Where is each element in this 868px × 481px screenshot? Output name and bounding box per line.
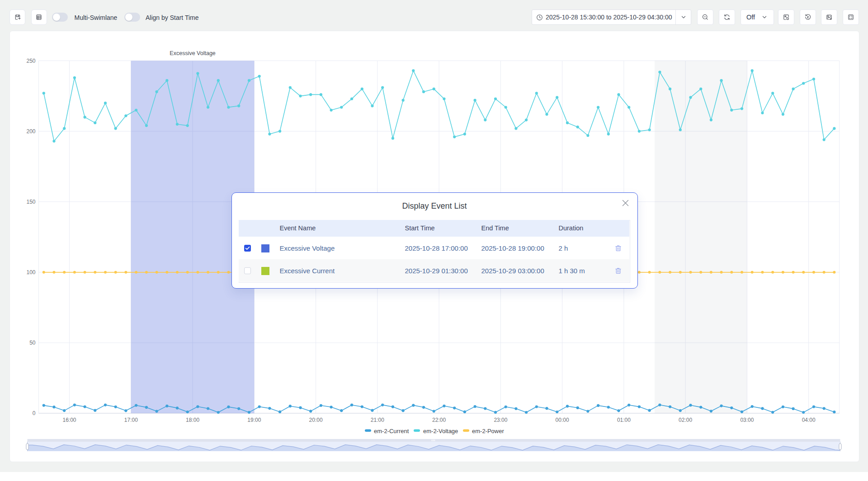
- svg-text:17:00: 17:00: [124, 417, 138, 423]
- svg-text:150: 150: [26, 199, 35, 205]
- svg-text:01:00: 01:00: [617, 417, 631, 423]
- svg-text:02:00: 02:00: [679, 417, 692, 423]
- svg-text:250: 250: [26, 58, 35, 64]
- svg-text:em-2-Current: em-2-Current: [374, 428, 409, 434]
- svg-text:50: 50: [29, 340, 36, 346]
- svg-text:em-2-Power: em-2-Power: [472, 428, 504, 434]
- svg-text:0: 0: [33, 410, 36, 416]
- svg-text:em-2-Voltage: em-2-Voltage: [423, 428, 458, 434]
- svg-text:16:00: 16:00: [62, 417, 76, 423]
- svg-text:Excessive Voltage: Excessive Voltage: [170, 50, 215, 56]
- svg-text:18:00: 18:00: [186, 417, 199, 423]
- svg-text:20:00: 20:00: [309, 417, 323, 423]
- svg-text:21:00: 21:00: [371, 417, 384, 423]
- svg-text:100: 100: [26, 269, 35, 276]
- svg-text:200: 200: [26, 128, 35, 135]
- svg-text:04:00: 04:00: [802, 417, 816, 423]
- svg-text:19:00: 19:00: [247, 417, 261, 423]
- svg-text:23:00: 23:00: [494, 417, 507, 423]
- svg-text:00:00: 00:00: [556, 417, 569, 423]
- svg-text:03:00: 03:00: [740, 417, 754, 423]
- svg-text:22:00: 22:00: [432, 417, 446, 423]
